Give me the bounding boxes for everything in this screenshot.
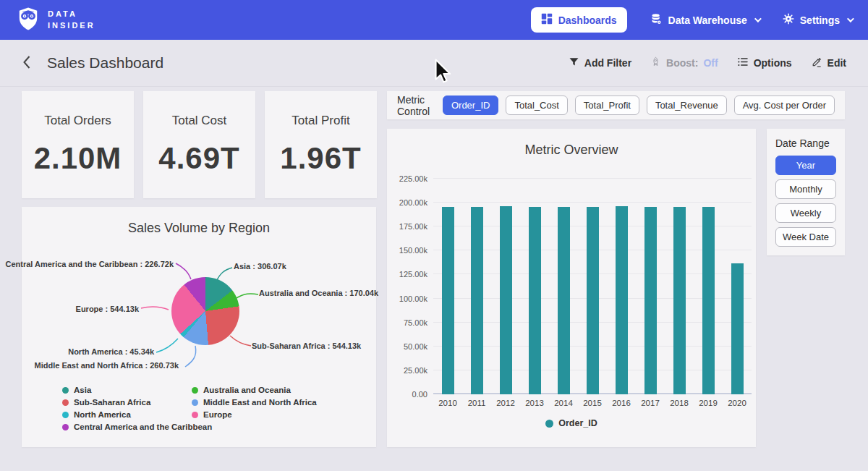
nav-dashboards[interactable]: Dashboards bbox=[531, 7, 627, 33]
x-tick-label: 2014 bbox=[549, 399, 578, 407]
legend-text: Sub-Saharan Africa bbox=[74, 398, 150, 407]
legend-item-australia-and-oceania: Australia and Oceania bbox=[192, 386, 317, 394]
date-range-label: Date Range bbox=[775, 137, 836, 149]
metric-chip-total-revenue[interactable]: Total_Revenue bbox=[647, 96, 727, 115]
y-axis-ticks: 0.0025.00k50.00k75.00k100.00k125.00k150.… bbox=[387, 179, 427, 394]
add-filter-button[interactable]: Add Filter bbox=[569, 56, 631, 69]
bar-series bbox=[433, 179, 752, 394]
y-tick-label: 200.00k bbox=[399, 198, 427, 207]
metric-chip-avg-cost-per-order[interactable]: Avg. Cost per Order bbox=[734, 96, 835, 115]
date-range-monthly[interactable]: Monthly bbox=[775, 179, 836, 199]
legend-label: Order_ID bbox=[558, 418, 597, 428]
y-tick-label: 50.00k bbox=[404, 342, 427, 351]
legend-dot bbox=[192, 412, 198, 418]
y-tick-label: 150.00k bbox=[399, 246, 427, 255]
metric-control-bar: Metric Control Order_IDTotal_CostTotal_P… bbox=[387, 91, 845, 119]
bar-slot bbox=[433, 179, 462, 394]
boost-toggle[interactable]: Boost: Off bbox=[650, 56, 718, 69]
date-range-week-date[interactable]: Week Date bbox=[775, 227, 836, 247]
owl-logo-icon bbox=[16, 6, 41, 35]
bar-2015[interactable] bbox=[587, 207, 599, 394]
pie-label-mena: Middle East and North Africa : 260.73k bbox=[35, 361, 179, 370]
legend-dot bbox=[192, 399, 198, 406]
legend-text: North America bbox=[74, 410, 131, 419]
legend-text: Middle East and North Africa bbox=[203, 398, 317, 407]
bar-slot bbox=[665, 179, 694, 394]
y-tick-label: 0.00 bbox=[412, 390, 427, 399]
page-title: Sales Dashboard bbox=[47, 54, 163, 72]
options-button[interactable]: Options bbox=[737, 56, 792, 69]
legend-dot bbox=[545, 420, 553, 428]
nav-settings[interactable]: Settings bbox=[783, 13, 852, 27]
legend-item-asia: Asia bbox=[62, 386, 212, 394]
bar-slot bbox=[520, 179, 549, 394]
options-label: Options bbox=[754, 57, 792, 69]
pencil-icon bbox=[811, 56, 822, 70]
bar-chart-plot bbox=[433, 179, 752, 394]
metric-chip-total-cost[interactable]: Total_Cost bbox=[506, 96, 567, 115]
legend-text: Central America and the Caribbean bbox=[74, 423, 212, 431]
date-range-weekly[interactable]: Weekly bbox=[775, 203, 836, 223]
filter-funnel-icon bbox=[569, 56, 579, 69]
brand-logo[interactable]: DATA INSIDER bbox=[16, 6, 95, 35]
metric-chip-order-id[interactable]: Order_ID bbox=[443, 96, 498, 115]
kpi-label: Total Profit bbox=[292, 114, 349, 128]
bar-slot bbox=[636, 179, 665, 394]
legend-dot bbox=[62, 412, 69, 418]
x-tick-label: 2015 bbox=[578, 399, 607, 407]
add-filter-label: Add Filter bbox=[584, 57, 631, 69]
kpi-value: 4.69T bbox=[158, 141, 239, 176]
legend-item-sub-saharan-africa: Sub-Saharan Africa bbox=[62, 398, 212, 407]
metric-chip-group: Order_IDTotal_CostTotal_ProfitTotal_Reve… bbox=[443, 96, 835, 115]
legend-text: Asia bbox=[74, 386, 91, 394]
boost-label: Boost: bbox=[666, 57, 698, 69]
bar-2014[interactable] bbox=[558, 207, 570, 394]
x-axis-labels: 2010201120122013201420152016201720182019… bbox=[433, 399, 752, 407]
chevron-down-icon bbox=[847, 15, 854, 22]
bar-2016[interactable] bbox=[616, 206, 628, 394]
pie-chart-card: Sales Volume by Region Asia : 306.07k Au… bbox=[22, 207, 376, 447]
metric-chip-total-profit[interactable]: Total_Profit bbox=[575, 96, 639, 115]
pie-legend-column-2: Australia and OceaniaMiddle East and Nor… bbox=[192, 386, 317, 419]
bar-2017[interactable] bbox=[644, 207, 657, 394]
pie-label-asia: Asia : 306.07k bbox=[234, 262, 286, 271]
y-tick-label: 125.00k bbox=[399, 270, 427, 279]
topbar: DATA INSIDER Dashboards bbox=[0, 0, 868, 40]
pie-label-europe: Europe : 544.13k bbox=[76, 305, 139, 313]
metric-control-label: Metric Control bbox=[397, 94, 433, 117]
bar-2019[interactable] bbox=[702, 207, 715, 394]
bar-slot bbox=[578, 179, 607, 394]
top-navigation: Dashboards Data Warehouse bbox=[531, 7, 852, 33]
brand-name: DATA INSIDER bbox=[48, 9, 95, 32]
pie-label-australia-oceania: Australia and Oceania : 170.04k bbox=[259, 289, 378, 297]
kpi-value: 2.10M bbox=[34, 141, 122, 176]
rocket-icon bbox=[650, 56, 661, 69]
x-tick-label: 2016 bbox=[607, 399, 636, 407]
legend-text: Australia and Oceania bbox=[203, 386, 291, 394]
bar-chart-title: Metric Overview bbox=[387, 129, 756, 158]
kpi-row: Total Orders2.10MTotal Cost4.69TTotal Pr… bbox=[22, 91, 377, 198]
legend-text: Europe bbox=[203, 410, 232, 419]
date-range-year[interactable]: Year bbox=[775, 156, 836, 175]
bar-2012[interactable] bbox=[500, 206, 512, 394]
bar-2018[interactable] bbox=[673, 207, 686, 394]
bar-2013[interactable] bbox=[529, 207, 541, 394]
bar-slot bbox=[491, 179, 520, 394]
pie-chart[interactable] bbox=[171, 277, 239, 345]
x-tick-label: 2019 bbox=[694, 399, 723, 407]
bar-slot bbox=[694, 179, 723, 394]
bar-2010[interactable] bbox=[442, 207, 454, 394]
legend-dot bbox=[62, 399, 69, 406]
edit-button[interactable]: Edit bbox=[811, 56, 846, 70]
back-button[interactable] bbox=[22, 54, 31, 72]
bar-2011[interactable] bbox=[471, 207, 483, 394]
kpi-card-total-profit: Total Profit1.96T bbox=[265, 91, 377, 198]
page-header: Sales Dashboard Add Filter Boost: Off bbox=[0, 40, 868, 87]
kpi-label: Total Cost bbox=[172, 114, 227, 128]
bar-slot bbox=[723, 179, 752, 394]
database-icon bbox=[650, 13, 663, 27]
nav-data-warehouse[interactable]: Data Warehouse bbox=[650, 13, 760, 27]
bar-2020[interactable] bbox=[731, 263, 744, 394]
nav-dashboards-label: Dashboards bbox=[558, 14, 617, 26]
y-tick-label: 25.00k bbox=[404, 366, 427, 375]
